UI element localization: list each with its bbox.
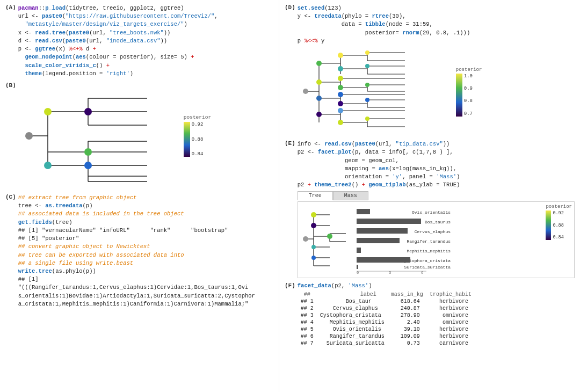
table-row: ## 7 Suricata_suricatta 0.73 carnivore	[298, 340, 475, 347]
svg-point-19	[84, 148, 92, 156]
svg-point-69	[365, 64, 369, 68]
col-mass: mass_in_kg	[388, 291, 426, 298]
svg-point-20	[44, 162, 52, 169]
panel-b-label: (B)	[5, 82, 16, 89]
svg-point-16	[25, 132, 33, 140]
svg-point-55	[303, 89, 308, 94]
panel-d: (D) set.seed(123) y <- treedata(phylo = …	[285, 4, 575, 136]
panel-e-tabs: Tree Mass	[298, 191, 575, 200]
svg-point-68	[365, 50, 369, 55]
svg-point-88	[311, 245, 316, 249]
table-row: ## 4 Mephitis_mephitis 2.40 omnivore	[298, 319, 475, 326]
svg-point-64	[338, 92, 343, 97]
panel-e-bars: Ovis_orientalis Bos_taurus Cervus_elaphu…	[357, 204, 453, 274]
panel-d-label: (D)	[285, 4, 295, 11]
svg-point-71	[365, 98, 369, 102]
panel-e-tree	[300, 204, 351, 274]
svg-point-57	[316, 79, 322, 85]
panel-d-code: set.seed(123) y <- treedata(phylo = rtre…	[298, 4, 575, 45]
panel-a-code: pacman::p_load(tidytree, treeio, ggplot2…	[18, 4, 218, 78]
svg-point-17	[84, 108, 92, 115]
table-row: ## 3Cystophora_cristata 278.90 omnivore	[298, 312, 475, 319]
svg-rect-99	[357, 228, 408, 234]
svg-point-60	[338, 53, 343, 58]
svg-point-87	[327, 234, 332, 239]
panel-e: (E) info <- read.csv(paste0(url, "tip_da…	[285, 140, 575, 278]
svg-text:Rangifer_tarandus: Rangifer_tarandus	[407, 239, 451, 244]
table-row: ## 1 Bos_taur 618.64 herbivore	[298, 298, 475, 305]
panel-d-legend: posterior 1.0 0.9 0.8 0.7	[456, 67, 482, 117]
svg-point-85	[311, 212, 316, 217]
svg-rect-97	[357, 209, 370, 214]
panel-e-legend: posterior 0.92 0.88 0.84	[546, 204, 572, 275]
panel-f-code: facet_data(p2, 'Mass')	[298, 282, 575, 289]
svg-point-70	[365, 83, 369, 87]
svg-text:Ovis_orientalis: Ovis_orientalis	[412, 210, 451, 215]
svg-point-63	[338, 85, 343, 90]
svg-text:Cervus_elaphus: Cervus_elaphus	[415, 229, 451, 234]
panel-e-label: (E)	[285, 140, 295, 147]
panel-b-legend: posterior 0.92 0.88 0.84	[184, 114, 211, 157]
svg-rect-98	[357, 219, 421, 224]
svg-text:Suricata_suricatta: Suricata_suricatta	[404, 265, 451, 270]
svg-point-62	[338, 76, 343, 81]
svg-text:Mephitis_mephitis: Mephitis_mephitis	[407, 249, 451, 253]
panel-f: (F) facet_data(p2, 'Mass') ## label mass…	[285, 282, 575, 347]
svg-point-21	[84, 162, 92, 169]
svg-point-86	[311, 223, 316, 228]
svg-point-59	[316, 112, 322, 117]
panel-e-code: info <- read.csv(paste0(url, "tip_data.c…	[298, 140, 575, 189]
table-row: ## 6 Rangifer_tarandus 109.09 herbivore	[298, 333, 475, 340]
svg-point-84	[303, 236, 308, 242]
svg-rect-103	[357, 265, 358, 269]
svg-point-72	[365, 117, 369, 121]
panel-c-code: ## extract tree from graphic object tree…	[18, 194, 255, 308]
panel-b-tree	[18, 82, 179, 190]
svg-point-67	[338, 120, 343, 125]
table-row: ## 2 Cervus_elaphus 240.87 herbivore	[298, 305, 475, 312]
col-trophic: trophic_habit	[426, 291, 475, 298]
svg-text:Bos_taurus: Bos_taurus	[425, 220, 451, 224]
panel-f-label: (F)	[285, 282, 295, 289]
panel-d-tree	[298, 47, 453, 136]
svg-rect-102	[357, 257, 410, 263]
svg-point-65	[338, 101, 343, 106]
legend-title-b: posterior	[184, 114, 211, 120]
svg-point-58	[316, 96, 322, 101]
col-label: label	[317, 291, 388, 298]
svg-rect-101	[357, 248, 361, 253]
tab-mass[interactable]: Mass	[333, 191, 368, 200]
svg-point-61	[338, 66, 343, 71]
svg-point-56	[316, 61, 322, 66]
tab-tree[interactable]: Tree	[298, 191, 333, 200]
svg-text:3: 3	[389, 271, 391, 274]
panel-a: (A) pacman::p_load(tidytree, treeio, ggp…	[5, 4, 273, 78]
panel-b: (B)	[5, 82, 273, 190]
svg-rect-100	[357, 238, 400, 243]
panel-c-label: (C)	[5, 194, 16, 200]
col-hash: ##	[298, 291, 317, 298]
table-row: ## 5 Ovis_orientalis 39.10 herbivore	[298, 326, 475, 333]
panel-c: (C) ## extract tree from graphic object …	[5, 194, 273, 308]
svg-point-66	[338, 108, 343, 113]
svg-point-18	[44, 108, 52, 115]
panel-a-label: (A)	[5, 4, 16, 11]
svg-text:0: 0	[357, 271, 359, 274]
svg-text:6: 6	[421, 271, 423, 274]
panel-f-table: ## label mass_in_kg trophic_habit ## 1 B…	[298, 291, 475, 347]
svg-point-89	[311, 256, 316, 260]
